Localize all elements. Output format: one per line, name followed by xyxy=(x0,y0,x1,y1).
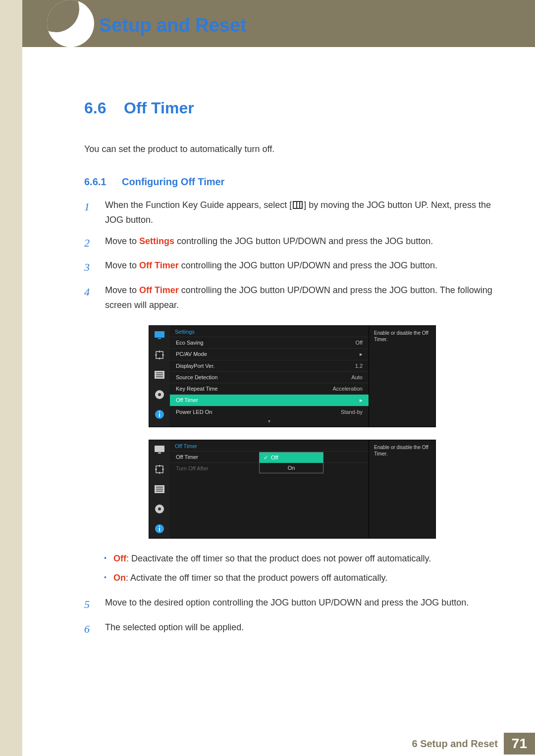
osd-settings-screenshot: Settings Eco SavingOffPC/AV Mode▸Display… xyxy=(84,325,500,427)
subsection-number: 6.6.1 xyxy=(84,176,114,188)
osd-row: Key Repeat TimeAcceleration xyxy=(170,383,369,394)
bullet-on: • On: Activate the off timer so that the… xyxy=(104,570,500,586)
keyword-settings: Settings xyxy=(139,236,174,246)
osd-row-label: PC/AV Mode xyxy=(176,351,207,357)
intro-text: You can set the product to automatically… xyxy=(84,142,500,156)
svg-point-14 xyxy=(158,507,161,510)
osd-row: Off Timer▸ xyxy=(170,394,369,406)
svg-rect-8 xyxy=(159,411,160,412)
osd-row-value: ▸ xyxy=(360,397,363,403)
osd-row: Power LED OnStand-by xyxy=(170,406,369,417)
section-number: 6.6 xyxy=(84,99,114,117)
footer-chapter-label: 6 Setup and Reset xyxy=(412,738,497,750)
osd-row-label: Turn Off After xyxy=(176,465,208,471)
svg-rect-9 xyxy=(155,446,164,452)
step-text: Move to Off Timer controlling the JOG bu… xyxy=(105,258,500,276)
svg-rect-2 xyxy=(156,352,163,358)
osd-row-label: DisplayPort Ver. xyxy=(176,363,214,369)
osd-row-value: ▸ xyxy=(360,351,363,357)
gear-icon xyxy=(154,389,165,400)
page-footer: 6 Setup and Reset 71 xyxy=(412,731,535,756)
step-text: When the Function Key Guide appears, sel… xyxy=(105,198,500,228)
svg-rect-16 xyxy=(159,528,160,531)
subsection-heading: 6.6.1 Configuring Off Timer xyxy=(84,176,500,188)
svg-rect-7 xyxy=(159,413,160,417)
resize-icon xyxy=(154,350,165,360)
keyword-off: Off xyxy=(113,554,126,563)
resize-icon xyxy=(154,464,165,475)
svg-rect-11 xyxy=(156,466,163,473)
svg-rect-17 xyxy=(159,526,160,527)
keyword-on: On xyxy=(113,573,126,583)
scroll-down-icon: ▾ xyxy=(170,417,369,427)
subsection-title: Configuring Off Timer xyxy=(122,176,224,188)
osd-row-value: 1.2 xyxy=(355,363,363,369)
osd-dropdown: ✓ Off On xyxy=(259,452,323,473)
osd-row-value: Auto xyxy=(351,374,363,380)
osd-row-label: Off Timer xyxy=(176,454,198,460)
osd-row: DisplayPort Ver.1.2 xyxy=(170,360,369,371)
step-number: 6 xyxy=(84,620,96,638)
info-icon xyxy=(154,523,165,534)
osd-nav xyxy=(149,326,170,427)
osd-row-value: Acceleration xyxy=(332,386,363,392)
step-number: 5 xyxy=(84,595,96,613)
osd-row-label: Eco Saving xyxy=(176,340,204,346)
svg-rect-1 xyxy=(158,338,161,339)
list-icon xyxy=(154,369,165,380)
chapter-badge xyxy=(47,0,94,47)
menu-icon xyxy=(293,201,303,209)
step-text: Move to Settings controlling the JOG but… xyxy=(105,234,500,252)
monitor-icon xyxy=(154,330,165,341)
step-number: 4 xyxy=(84,283,96,313)
osd-title: Settings xyxy=(170,326,369,337)
osd-help-text: Enable or disable the Off Timer. xyxy=(369,326,435,427)
osd-row-label: Off Timer xyxy=(176,397,198,403)
step-2: 2 Move to Settings controlling the JOG b… xyxy=(84,234,500,252)
step-text: Move to Off Timer controlling the JOG bu… xyxy=(105,283,500,313)
section-title: Off Timer xyxy=(124,99,194,117)
keyword-off-timer: Off Timer xyxy=(139,260,179,270)
step-3: 3 Move to Off Timer controlling the JOG … xyxy=(84,258,500,276)
section-heading: 6.6 Off Timer xyxy=(84,99,500,117)
bullet-icon: • xyxy=(104,570,107,586)
osd-row-value: Stand-by xyxy=(341,409,363,415)
svg-rect-0 xyxy=(155,331,164,338)
svg-rect-10 xyxy=(158,453,161,454)
osd-title: Off Timer xyxy=(170,440,369,451)
osd-main: Off Timer Off TimerTurn Off After ✓ Off … xyxy=(170,440,369,538)
option-off: ✓ Off xyxy=(260,453,323,463)
check-icon: ✓ xyxy=(264,454,268,461)
osd-row-label: Source Detection xyxy=(176,374,217,380)
svg-point-5 xyxy=(158,393,161,396)
osd-main: Settings Eco SavingOffPC/AV Mode▸Display… xyxy=(170,326,369,427)
osd-row-value: Off xyxy=(356,340,363,346)
list-icon xyxy=(154,484,165,495)
keyword-off-timer: Off Timer xyxy=(139,285,179,295)
osd-row: Eco SavingOff xyxy=(170,337,369,348)
info-icon xyxy=(154,409,165,420)
step-number: 3 xyxy=(84,258,96,276)
step-number: 1 xyxy=(84,198,96,228)
step-number: 2 xyxy=(84,234,96,252)
step-6: 6 The selected option will be applied. xyxy=(84,620,500,638)
osd-nav xyxy=(149,440,170,538)
option-on: On xyxy=(260,463,323,473)
bullet-off: • Off: Deactivate the off timer so that … xyxy=(104,551,500,566)
step-text: The selected option will be applied. xyxy=(105,620,500,638)
step-4: 4 Move to Off Timer controlling the JOG … xyxy=(84,283,500,313)
osd-help-text: Enable or disable the Off Timer. xyxy=(369,440,435,538)
osd-row-label: Key Repeat Time xyxy=(176,386,217,392)
gear-icon xyxy=(154,504,165,514)
side-accent xyxy=(0,0,22,756)
step-text: Move to the desired option controlling t… xyxy=(105,595,500,613)
content-area: 6.6 Off Timer You can set the product to… xyxy=(84,0,500,638)
osd-row: PC/AV Mode▸ xyxy=(170,348,369,360)
monitor-icon xyxy=(154,444,165,455)
osd-row: Source DetectionAuto xyxy=(170,371,369,383)
chapter-title: Setup and Reset xyxy=(99,15,247,36)
footer-page-number: 71 xyxy=(504,733,535,755)
osd-row-label: Power LED On xyxy=(176,409,212,415)
osd-offtimer-screenshot: Off Timer Off TimerTurn Off After ✓ Off … xyxy=(84,440,500,539)
step-1: 1 When the Function Key Guide appears, s… xyxy=(84,198,500,228)
